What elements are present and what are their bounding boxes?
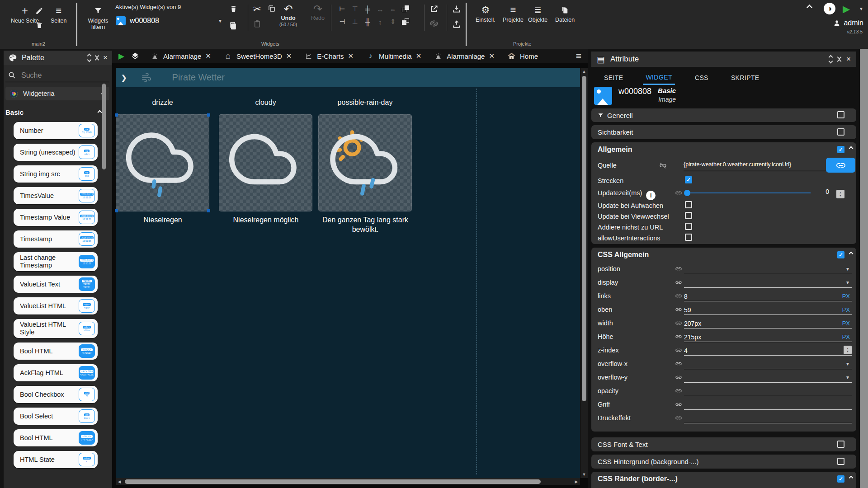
run-view-icon[interactable]: ▶ [118, 52, 124, 61]
number-stepper[interactable]: ▲▼ [844, 346, 852, 354]
update-value[interactable]: 0 [826, 188, 829, 195]
link-icon[interactable] [675, 333, 682, 340]
selection-handle[interactable] [115, 209, 118, 212]
link-icon[interactable] [675, 306, 682, 313]
scroll-up-icon[interactable]: ▲ [580, 68, 588, 75]
section-checkbox[interactable] [837, 441, 844, 448]
palette-item-html-state[interactable]: HTML Statevalue▾ [14, 451, 98, 468]
clone-widget-button[interactable] [229, 21, 238, 31]
link-off-icon[interactable] [659, 162, 666, 169]
distribute-vertical-icon[interactable]: ↕ [375, 17, 385, 26]
new-page-button[interactable]: + Neue Seite [11, 5, 39, 24]
export-widget-icon[interactable] [452, 20, 461, 29]
tab-sweethome3d[interactable]: ⌂ SweetHome3D ✕ [224, 52, 292, 61]
match-width-icon[interactable]: ⇔ [388, 5, 398, 14]
width-input[interactable]: 207pxPX [684, 318, 852, 328]
palette-item-bool-html[interactable]: Bool HTML<TRUE><FALSE> [14, 343, 98, 360]
palette-item-string-unescaped[interactable]: String (unescaped)val<div> [14, 144, 98, 161]
chevron-up-icon[interactable] [849, 476, 854, 480]
files-button[interactable]: Dateien [555, 5, 575, 23]
scrollbar-thumb[interactable] [125, 479, 541, 484]
z-index-input[interactable]: 4▲▼ [684, 345, 852, 356]
tab-multimedia[interactable]: ♪ Multimedia ✕ [366, 52, 421, 61]
palette-item-timestamp-value[interactable]: Timestamp Value2018.03.1516:51:56 [14, 209, 98, 226]
collapse-panel-icon[interactable] [838, 56, 841, 63]
link-icon[interactable] [675, 292, 682, 300]
weather-image-widget[interactable] [219, 114, 312, 211]
close-tab-icon[interactable]: ✕ [489, 52, 495, 60]
link-icon[interactable] [675, 374, 682, 381]
run-options-caret-icon[interactable]: ▼ [859, 6, 863, 11]
attribute-panel-scrollbar[interactable] [860, 49, 868, 488]
tab-alarmanlage-2[interactable]: Alarmanlage ✕ [434, 52, 495, 61]
update-aufwachen-checkbox[interactable] [685, 201, 692, 208]
section-generell[interactable]: Generell [591, 108, 856, 122]
section-checkbox[interactable]: ✓ [837, 146, 844, 153]
open-in-new-window-icon[interactable] [429, 5, 439, 14]
collapse-toolbar-icon[interactable] [807, 5, 811, 9]
overflow-x-select[interactable]: ▼ [684, 358, 852, 369]
collapse-panel-icon[interactable] [95, 54, 99, 61]
section-checkbox[interactable] [837, 111, 844, 118]
tab-seite[interactable]: SEITE [601, 71, 626, 84]
palette-item-last-change-timestamp[interactable]: Last change Timestamp2018.03.1515:50:51 [14, 252, 98, 271]
link-icon[interactable] [675, 189, 682, 197]
palette-item-string-img-src[interactable]: String img srcvalimg [14, 165, 98, 183]
section-sichtbarkeit[interactable]: Sichtbarkeit [591, 125, 856, 139]
delete-widget-button[interactable] [230, 5, 237, 13]
search-input[interactable] [21, 71, 89, 80]
send-to-back-icon[interactable] [401, 17, 410, 26]
widget-selector[interactable]: w000808 ▼ [116, 16, 222, 25]
tab-menu-icon[interactable]: ≡ [576, 51, 581, 61]
slider-handle[interactable] [684, 190, 690, 196]
palette-item-valuelist-html-style[interactable]: ValueList HTML Style<div></div> [14, 319, 98, 338]
import-widget-icon[interactable] [452, 5, 461, 14]
weather-image-widget-selected[interactable] [116, 114, 209, 211]
center-vertical-icon[interactable]: ╫ [363, 17, 373, 26]
chevron-up-icon[interactable] [849, 146, 854, 151]
palette-section-header[interactable]: Basic [5, 107, 109, 117]
align-right-icon[interactable]: ⊣ [337, 17, 347, 26]
section-checkbox[interactable] [837, 458, 844, 465]
edit-page-icon[interactable] [35, 5, 43, 16]
undo-button[interactable]: ↶ Undo (50 / 50) [279, 4, 297, 27]
chevron-up-icon[interactable] [849, 252, 854, 256]
link-icon[interactable] [675, 401, 682, 408]
close-tab-icon[interactable]: ✕ [205, 52, 211, 60]
delete-page-icon[interactable] [36, 20, 43, 31]
run-project-button[interactable]: ▶ [843, 4, 850, 14]
palette-item-timesvalue[interactable]: TimesValue2018.03.1516:51:56 [14, 187, 98, 204]
selection-handle[interactable] [115, 113, 118, 117]
palette-scrollbar[interactable] [102, 84, 106, 169]
palette-item-valuelist-html[interactable]: ValueList HTML<div></div> [14, 297, 98, 314]
copy-icon[interactable] [268, 5, 276, 13]
pages-button[interactable]: ≡ Seiten [51, 5, 66, 24]
section-css-hintergrund[interactable]: CSS Hintergrund (background-...) [591, 455, 856, 469]
link-icon[interactable] [675, 279, 682, 286]
overflow-y-select[interactable]: ▼ [684, 372, 852, 383]
link-icon[interactable] [675, 347, 682, 354]
bind-oid-button[interactable] [826, 158, 855, 173]
redo-button[interactable]: ↷ Redo [311, 4, 325, 21]
palette-item-bool-checkbox[interactable]: Bool Checkboxctrl☐ [14, 386, 98, 403]
link-icon[interactable] [675, 414, 682, 422]
layers-icon[interactable] [131, 52, 140, 61]
unit-label[interactable]: PX [842, 333, 850, 340]
update-viewwechsel-checkbox[interactable] [685, 212, 692, 219]
tab-skripte[interactable]: SKRIPTE [728, 71, 762, 84]
druckeffekt-input[interactable] [684, 413, 852, 423]
scroll-right-icon[interactable]: ▶ [573, 478, 580, 485]
align-top-icon[interactable]: ⊤ [350, 5, 360, 14]
strecken-checkbox[interactable]: ✓ [685, 176, 692, 183]
section-checkbox[interactable] [837, 128, 844, 136]
expand-panel-icon[interactable] [88, 54, 91, 61]
expand-panel-icon[interactable] [829, 56, 832, 63]
scroll-down-icon[interactable]: ▼ [580, 471, 588, 478]
display-select[interactable]: ▼ [684, 277, 852, 288]
selection-handle[interactable] [207, 113, 210, 117]
paste-icon[interactable] [253, 20, 261, 28]
widget-library-select[interactable]: Widgeteria [5, 87, 109, 100]
section-css-font[interactable]: CSS Font & Text [591, 437, 856, 451]
quelle-value-input[interactable]: {pirate-weather.0.weather.currently.icon… [684, 161, 826, 171]
tab-css[interactable]: CSS [692, 71, 711, 84]
